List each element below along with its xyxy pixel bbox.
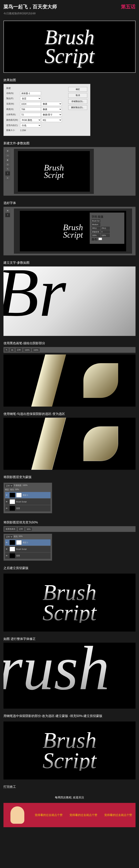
right-panels (95, 149, 134, 194)
type-tool-icon[interactable]: T (5, 172, 10, 176)
char-tab[interactable]: 字符 (91, 215, 97, 219)
layer-row-text-2[interactable]: 👁 T Brush Script (5, 546, 51, 552)
save-preset-button[interactable]: 存储预设(S)... (68, 99, 87, 104)
text-color-swatch[interactable] (99, 238, 102, 240)
fill-opacity[interactable]: 50% (26, 528, 32, 531)
brush-size-value[interactable]: 45 (10, 348, 15, 351)
layer-thumb[interactable]: T (9, 499, 15, 504)
size-value: 2.25M (20, 129, 26, 132)
mode-label: 颜色模式(M): (6, 119, 20, 122)
hero-text-line1: Brush (7, 28, 132, 47)
layer-row-clip[interactable]: 👁 图层 1 (5, 539, 51, 546)
lock-label: 锁定: (5, 488, 9, 491)
layer-thumb[interactable] (9, 493, 15, 498)
step-label-1: 效果如图 (3, 78, 136, 82)
workspace-font: ✥ ▭ ◐ ⊡ ✎ T ✒ Brush Script (3, 147, 136, 196)
layer-thumb[interactable] (9, 553, 15, 558)
move-tool-icon[interactable]: ✥ (5, 149, 10, 153)
res-input[interactable] (20, 113, 41, 117)
canvas-text-4: Script (63, 231, 83, 239)
tool-palette: ✥ ▭ ◐ ⊡ ✎ T ✒ (5, 149, 12, 194)
cancel-button[interactable]: 取消 (68, 93, 87, 98)
hero-result-box: Brush Script (3, 21, 136, 73)
layer-name-text: Brush Script (16, 501, 27, 503)
closeup-rush: rush (3, 643, 109, 704)
mask-thumb[interactable] (16, 493, 22, 498)
opacity-value[interactable]: 100% (23, 484, 27, 487)
canvas-text-2: Script (44, 172, 64, 179)
visibility-icon[interactable]: 👁 (6, 501, 8, 503)
layer-thumb[interactable] (9, 540, 15, 545)
font-family-input[interactable] (91, 219, 100, 222)
fill-value[interactable]: 50% (15, 488, 19, 491)
height-unit[interactable]: 像素 (41, 107, 62, 111)
vscale-input[interactable] (91, 234, 100, 237)
step-label-2: 新建文件-参数如图 (3, 141, 136, 145)
character-panel: 字符 段落 颜色: (90, 213, 124, 244)
type-tool-icon[interactable]: T (5, 213, 10, 217)
canvas-area[interactable]: Brush Script (14, 149, 94, 194)
brush-opacity[interactable]: 100% (24, 348, 31, 351)
final-text-1: Brush (7, 730, 132, 750)
visibility-icon[interactable]: 👁 (6, 507, 8, 509)
kerning-input[interactable] (91, 230, 100, 233)
width-unit[interactable]: 像素 (41, 102, 62, 106)
name-input[interactable] (20, 92, 41, 95)
layer-row-bg[interactable]: 👁 背景 (5, 505, 51, 512)
step-label-5: 使用黑色画笔-描绘出阴影部分 (3, 341, 136, 345)
tool-palette-2: ✥ T (5, 209, 12, 254)
bit-select[interactable]: 8位 (41, 118, 62, 122)
canvas-area-2[interactable]: Brush Script 字符 段落 颜色: (14, 209, 132, 254)
layer-thumb[interactable] (9, 506, 15, 511)
mode-select[interactable]: RGB 颜色 (20, 118, 41, 122)
brush-flow[interactable]: 100% (32, 348, 39, 351)
leading-input[interactable] (101, 227, 110, 230)
crop-tool-icon[interactable]: ⊡ (5, 162, 10, 166)
mask-thumb[interactable] (16, 540, 22, 545)
move-tool-icon[interactable]: ✥ (5, 209, 10, 213)
visibility-icon[interactable]: 👁 (6, 548, 8, 550)
brush-icon[interactable]: ✎ (4, 348, 8, 351)
layer-row-shadow[interactable]: 👁 图层 1 (5, 492, 51, 498)
font-size-input[interactable] (91, 227, 100, 230)
visibility-icon[interactable]: 👁 (6, 541, 8, 544)
bg-label: 背景内容(C): (6, 124, 20, 127)
tracking-input[interactable] (101, 230, 110, 233)
workspace-char: ✥ T Brush Script 字符 段落 颜色: (3, 207, 136, 255)
hscale-input[interactable] (101, 234, 110, 237)
layer-row-text[interactable]: 👁 T Brush Script (5, 499, 51, 505)
bg-select[interactable]: 白色 (20, 123, 41, 127)
ok-button[interactable]: 确定 (68, 87, 87, 92)
layer-name-bg: 背景 (16, 507, 20, 510)
step-label-9: 之后建立剪切蒙版 (3, 566, 136, 570)
fill-value-2[interactable]: 50% (19, 535, 23, 538)
footer-msg-1: 觉得看的过去就点个赞 (31, 813, 66, 817)
step-label-3: 选好字体 (3, 201, 136, 205)
footer-msg-2: 觉得看的过去就点个赞 (66, 813, 101, 817)
footer: 每周四次教程, 欢迎关注 觉得看的过去就点个赞 觉得看的过去就点个赞 觉得看的过… (3, 796, 136, 827)
blend-mode-select-2[interactable]: 正常 (5, 535, 13, 538)
layer-thumb[interactable]: T (9, 547, 15, 552)
fill-type[interactable]: 前景色填充 (4, 527, 17, 531)
layers-panel-fill: 正常 填充: 50% 👁 图层 1 👁 T Brush Script 👁 背景 (3, 534, 52, 561)
layer-row-bg-2[interactable]: 👁 背景 (5, 553, 51, 559)
name-label: 名称(N): (6, 92, 20, 95)
pen-selection-demo (3, 418, 136, 470)
height-input[interactable] (20, 107, 41, 111)
marquee-tool-icon[interactable]: ▭ (5, 153, 10, 157)
blend-mode-select[interactable]: 正常 (5, 484, 13, 487)
para-tab[interactable]: 段落 (98, 215, 103, 219)
visibility-icon[interactable]: 👁 (6, 494, 8, 496)
visibility-icon[interactable]: 👁 (6, 555, 8, 557)
font-style-input[interactable] (91, 223, 100, 226)
preset-select[interactable]: 自定 (20, 96, 41, 100)
brush-tool-icon[interactable]: ✎ (5, 167, 10, 171)
lasso-tool-icon[interactable]: ◐ (5, 158, 10, 162)
width-input[interactable] (20, 102, 41, 106)
delete-preset-button[interactable]: 删除预设(D)... (68, 105, 87, 110)
fill-mode[interactable]: 正常 (18, 527, 24, 531)
blend-mode[interactable]: 正常 (16, 348, 22, 352)
res-unit[interactable]: 像素/英寸 (41, 113, 62, 117)
pen-tool-icon[interactable]: ✒ (5, 176, 10, 180)
height-label: 高度(H): (6, 108, 20, 111)
